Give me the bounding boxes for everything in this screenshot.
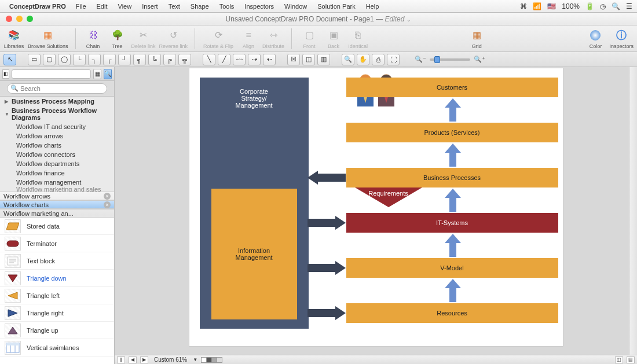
tree-button[interactable]: 🌳Tree <box>107 28 128 49</box>
front-button[interactable]: ▢Front <box>299 28 320 49</box>
zoom-button[interactable] <box>27 16 33 22</box>
flag-icon[interactable]: 🇺🇸 <box>547 2 556 10</box>
roundrect-tool[interactable]: ▢ <box>43 54 56 65</box>
libraries-button[interactable]: 📚Libraries <box>3 28 24 49</box>
conn3-tool[interactable]: ┌ <box>103 54 116 65</box>
conn5-tool[interactable]: ╗ <box>133 54 146 65</box>
band-customers[interactable]: Customers <box>346 78 558 97</box>
menu-icon[interactable]: ☰ <box>626 2 632 10</box>
zoom-slider[interactable]: 🔍⁻ 🔍⁺ <box>415 56 485 63</box>
conn6-tool[interactable]: ╚ <box>148 54 161 65</box>
app-name[interactable]: ConceptDraw PRO <box>9 3 66 10</box>
zoom-in-tool[interactable]: 🔍 <box>342 54 354 65</box>
tree-leaf-arrows[interactable]: Workflow arrows <box>0 131 114 141</box>
stamp-tool[interactable]: ⎙ <box>372 54 385 65</box>
page-first[interactable]: ‖ <box>117 356 125 363</box>
up-arrow-4[interactable] <box>445 234 461 257</box>
tree-leaf-finance[interactable]: Workflow finance <box>0 168 114 178</box>
requirements-triangle[interactable]: Requirements <box>355 187 422 207</box>
conn1-tool[interactable]: └ <box>73 54 86 65</box>
conn8-tool[interactable]: ╦ <box>178 54 191 65</box>
page[interactable]: Corporate Strategy/ Management Informati… <box>189 68 563 346</box>
conn4-tool[interactable]: ┘ <box>118 54 131 65</box>
line2-tool[interactable]: ╱ <box>218 54 230 65</box>
minimize-button[interactable] <box>16 16 23 22</box>
tree-leaf-marketing[interactable]: Workflow marketing and sales <box>0 187 114 192</box>
conn7-tool[interactable]: ╔ <box>163 54 176 65</box>
menu-tools[interactable]: Tools <box>215 3 239 10</box>
tree-leaf-depts[interactable]: Workflow departments <box>0 159 114 168</box>
band-it[interactable]: IT-Systems <box>346 213 558 233</box>
finder-icon[interactable]: ⌘ <box>520 2 527 10</box>
distribute-button[interactable]: ⇿Distribute <box>262 28 284 49</box>
menu-help[interactable]: Help <box>362 3 383 10</box>
page-next[interactable]: ▶ <box>140 356 148 363</box>
menu-text[interactable]: Text <box>164 3 184 10</box>
up-arrow-1[interactable] <box>445 98 461 122</box>
left-arrow-4[interactable] <box>307 306 346 319</box>
line4-tool[interactable]: ⇢ <box>248 54 261 65</box>
grid-view-button[interactable]: ▦ <box>93 69 101 79</box>
search-input[interactable] <box>7 83 107 94</box>
group2-tool[interactable]: ◫ <box>302 54 315 65</box>
shape-triangle-right[interactable]: Triangle right <box>0 304 114 322</box>
pointer-tool[interactable]: ↖ <box>3 54 16 65</box>
menu-inspectors[interactable]: Inspectors <box>240 3 278 10</box>
corporate-strategy-box[interactable]: Corporate Strategy/ Management Informati… <box>200 78 309 329</box>
delete-link-button[interactable]: ✂Delete link <box>131 28 156 49</box>
identical-button[interactable]: ⎘Identical <box>347 28 368 49</box>
up-arrow-3[interactable] <box>445 189 461 212</box>
shape-terminator[interactable]: Terminator <box>0 235 114 252</box>
tab-marketing[interactable]: Workflow marketing an... <box>0 209 114 218</box>
rect-tool[interactable]: ▭ <box>28 54 41 65</box>
grid-button[interactable]: ▦Grid <box>466 28 487 49</box>
line3-tool[interactable]: 〰 <box>233 54 246 65</box>
line1-tool[interactable]: ╲ <box>203 54 215 65</box>
color-button[interactable]: Color <box>585 28 606 49</box>
menu-solution-park[interactable]: Solution Park <box>313 3 359 10</box>
rotate-flip-button[interactable]: ⟳Rotate & Flip <box>202 28 235 49</box>
band-products[interactable]: Products (Services) <box>346 123 558 142</box>
group3-tool[interactable]: ▥ <box>317 54 330 65</box>
vertical-scrollbar[interactable] <box>629 67 637 355</box>
lib-tag[interactable]: ◧ <box>2 69 9 79</box>
shape-stored-data[interactable]: Stored data <box>0 218 114 235</box>
menu-window[interactable]: Window <box>280 3 311 10</box>
ellipse-tool[interactable]: ◯ <box>58 54 71 65</box>
tree-leaf-it[interactable]: Workflow IT and security <box>0 122 114 131</box>
left-arrow-3[interactable] <box>307 261 346 274</box>
up-arrow-2[interactable] <box>445 144 461 167</box>
page-color-swatches[interactable] <box>201 357 222 363</box>
search-view-button[interactable]: 🔍 <box>104 69 112 79</box>
back-button[interactable]: ▣Back <box>323 28 344 49</box>
chain-button[interactable]: ⛓Chain <box>83 28 104 49</box>
band-bp[interactable]: Business Processes <box>346 168 558 187</box>
inspectors-button[interactable]: ⓘInspectors <box>609 28 634 49</box>
close-button[interactable] <box>6 16 12 22</box>
tree-node-bpm[interactable]: ▶Business Process Mapping <box>0 97 114 106</box>
band-vmodel[interactable]: V-Model <box>346 258 558 278</box>
shape-triangle-down[interactable]: Triangle down <box>0 270 114 287</box>
left-arrow-1[interactable] <box>307 171 346 183</box>
battery-icon[interactable]: 🔋 <box>585 2 594 10</box>
zoom-in-icon[interactable]: 🔍⁺ <box>474 56 485 63</box>
group1-tool[interactable]: ☒ <box>287 54 300 65</box>
shape-triangle-up[interactable]: Triangle up <box>0 322 114 339</box>
tree-node-bpwd[interactable]: ▼Business Process Workflow Diagrams <box>0 106 114 122</box>
lib-filter-input[interactable] <box>12 69 91 79</box>
align-button[interactable]: ≡Align <box>238 28 259 49</box>
tree-leaf-mgmt[interactable]: Workflow management <box>0 178 114 187</box>
shape-text-block[interactable]: Text block <box>0 252 114 270</box>
view-mode-1[interactable]: ◫ <box>615 356 623 363</box>
clock-icon[interactable]: ◷ <box>600 2 606 10</box>
shape-triangle-left[interactable]: Triangle left <box>0 287 114 304</box>
menu-file[interactable]: File <box>72 3 90 10</box>
fit-tool[interactable]: ⛶ <box>387 54 400 65</box>
left-arrow-2[interactable] <box>307 216 346 229</box>
spotlight-icon[interactable]: 🔍 <box>612 2 620 10</box>
wifi-icon[interactable]: 📶 <box>533 2 541 10</box>
tree-leaf-charts[interactable]: Workflow charts <box>0 141 114 150</box>
tab-charts[interactable]: Workflow charts× <box>0 200 114 209</box>
close-icon[interactable]: × <box>104 193 111 200</box>
menu-view[interactable]: View <box>114 3 136 10</box>
